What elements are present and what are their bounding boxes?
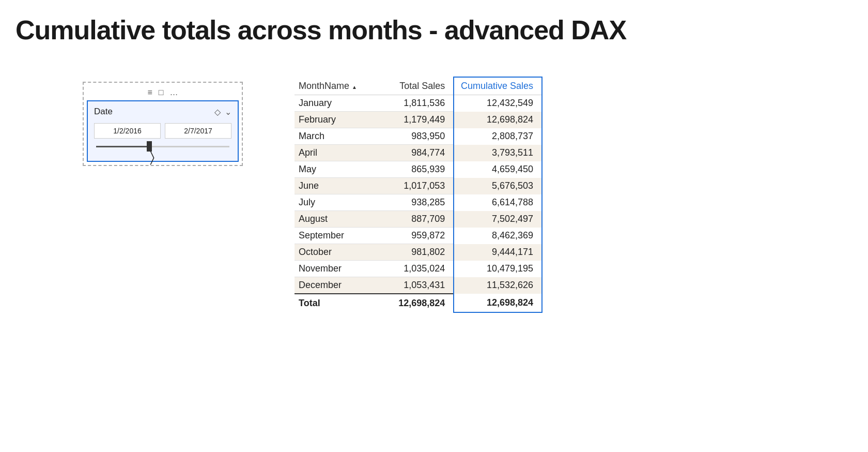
total-cumulative: 12,698,824 — [454, 294, 542, 312]
table-total-row: Total 12,698,824 12,698,824 — [295, 294, 542, 312]
page-title: Cumulative totals across months - advanc… — [0, 0, 868, 56]
cell-month: November — [295, 261, 379, 277]
cell-sales: 984,774 — [379, 145, 454, 161]
cell-month: June — [295, 178, 379, 194]
cell-cumulative: 9,444,171 — [454, 244, 542, 261]
slicer-widget: ≡ □ … Date ◇ ⌄ 1/2/2016 2/7/2017 — [83, 82, 243, 166]
data-table: MonthName ▲ Total Sales Cumulative Sales… — [295, 77, 542, 313]
table-row: November1,035,02410,479,195 — [295, 261, 542, 277]
cell-cumulative: 11,532,626 — [454, 277, 542, 294]
table-row: September959,8728,462,369 — [295, 228, 542, 244]
cell-cumulative: 4,659,450 — [454, 161, 542, 178]
slicer-outer-border: ≡ □ … Date ◇ ⌄ 1/2/2016 2/7/2017 — [83, 82, 243, 166]
expand-icon[interactable]: □ — [159, 88, 164, 97]
cell-sales: 865,939 — [379, 161, 454, 178]
cell-month: March — [295, 128, 379, 145]
more-icon[interactable]: … — [170, 88, 178, 97]
table-row: August887,7097,502,497 — [295, 211, 542, 228]
cell-cumulative: 12,432,549 — [454, 95, 542, 112]
cell-cumulative: 7,502,497 — [454, 211, 542, 228]
cell-cumulative: 8,462,369 — [454, 228, 542, 244]
clear-filter-icon[interactable]: ◇ — [214, 107, 221, 117]
cell-month: July — [295, 194, 379, 211]
col-header-cumulative: Cumulative Sales — [454, 77, 542, 95]
cell-sales: 1,811,536 — [379, 95, 454, 112]
cell-cumulative: 10,479,195 — [454, 261, 542, 277]
collapse-icon[interactable]: ⌄ — [225, 107, 231, 117]
col-header-sales: Total Sales — [379, 77, 454, 95]
cell-sales: 1,017,053 — [379, 178, 454, 194]
cell-month: December — [295, 277, 379, 294]
slider-range — [96, 146, 149, 147]
cell-cumulative: 12,698,824 — [454, 112, 542, 128]
cell-sales: 1,179,449 — [379, 112, 454, 128]
cell-sales: 887,709 — [379, 211, 454, 228]
cell-cumulative: 6,614,788 — [454, 194, 542, 211]
slicer-inner: Date ◇ ⌄ 1/2/2016 2/7/2017 〉 — [87, 100, 239, 162]
col-header-month: MonthName ▲ — [295, 77, 379, 95]
sort-asc-icon: ▲ — [352, 84, 357, 90]
cell-month: September — [295, 228, 379, 244]
data-table-wrapper: MonthName ▲ Total Sales Cumulative Sales… — [295, 77, 542, 313]
table-row: January1,811,53612,432,549 — [295, 95, 542, 112]
cell-month: January — [295, 95, 379, 112]
cell-cumulative: 3,793,511 — [454, 145, 542, 161]
cell-cumulative: 5,676,503 — [454, 178, 542, 194]
cell-sales: 938,285 — [379, 194, 454, 211]
start-date[interactable]: 1/2/2016 — [94, 123, 161, 139]
slicer-date-range: 1/2/2016 2/7/2017 — [94, 123, 231, 139]
table-row: July938,2856,614,788 — [295, 194, 542, 211]
cell-month: August — [295, 211, 379, 228]
total-sales: 12,698,824 — [379, 294, 454, 312]
cell-sales: 1,053,431 — [379, 277, 454, 294]
cell-sales: 981,802 — [379, 244, 454, 261]
slicer-header-actions: ◇ ⌄ — [214, 107, 231, 117]
cell-sales: 983,950 — [379, 128, 454, 145]
cell-month: October — [295, 244, 379, 261]
slicer-header: Date ◇ ⌄ — [94, 107, 231, 117]
table-row: February1,179,44912,698,824 — [295, 112, 542, 128]
cell-month: February — [295, 112, 379, 128]
cell-month: May — [295, 161, 379, 178]
total-label: Total — [295, 294, 379, 312]
table-row: December1,053,43111,532,626 — [295, 277, 542, 294]
table-row: March983,9502,808,737 — [295, 128, 542, 145]
cell-sales: 959,872 — [379, 228, 454, 244]
slider-track — [96, 146, 229, 147]
cell-cumulative: 2,808,737 — [454, 128, 542, 145]
table-row: May865,9394,659,450 — [295, 161, 542, 178]
menu-icon[interactable]: ≡ — [147, 88, 152, 97]
table-row: June1,017,0535,676,503 — [295, 178, 542, 194]
slicer-label: Date — [94, 107, 113, 117]
table-row: April984,7743,793,511 — [295, 145, 542, 161]
table-row: October981,8029,444,171 — [295, 244, 542, 261]
cell-sales: 1,035,024 — [379, 261, 454, 277]
slicer-toolbar: ≡ □ … — [87, 86, 239, 100]
end-date[interactable]: 2/7/2017 — [165, 123, 231, 139]
date-slider[interactable]: 〉 — [94, 146, 231, 147]
cell-month: April — [295, 145, 379, 161]
slider-thumb-start[interactable] — [147, 141, 152, 152]
table-header-row: MonthName ▲ Total Sales Cumulative Sales — [295, 77, 542, 95]
